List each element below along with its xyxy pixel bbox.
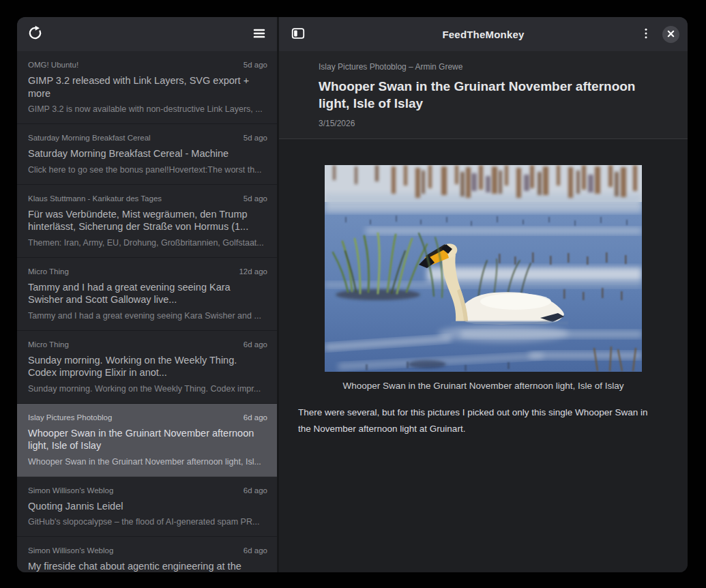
sidebar-toggle-button[interactable] [287, 23, 309, 45]
kebab-menu-button[interactable] [635, 23, 657, 45]
close-icon [667, 29, 675, 40]
feed-source: Islay Pictures Photoblog [28, 413, 112, 423]
feed-item-meta: Micro Thing 12d ago [28, 267, 267, 277]
feed-timestamp: 6d ago [244, 546, 267, 556]
feed-item-title: Quoting Jannis Leidel [28, 500, 267, 513]
feed-source: Klaus Stuttmann - Karikatur des Tages [28, 194, 162, 204]
feed-timestamp: 5d ago [244, 60, 267, 70]
feed-item-title: Für was Verbündete, Mist wegräumen, den … [28, 208, 267, 233]
menu-icon [252, 26, 267, 43]
feed-item[interactable]: Klaus Stuttmann - Karikatur des Tages 5d… [17, 185, 277, 258]
app-title: FeedTheMonkey [279, 29, 688, 40]
article-body: Whooper Swan in the Gruinart November af… [279, 139, 688, 437]
close-button[interactable] [662, 26, 679, 43]
feed-item-list: OMG! Ubuntu! 5d ago GIMP 3.2 released wi… [17, 51, 277, 572]
refresh-button[interactable] [24, 23, 46, 45]
feed-item[interactable]: Micro Thing 6d ago Sunday morning. Worki… [17, 331, 277, 404]
feed-item[interactable]: OMG! Ubuntu! 5d ago GIMP 3.2 released wi… [17, 51, 277, 124]
feed-item-summary: Click here to go see the bonus panel!Hov… [28, 164, 267, 175]
article-toolbar: FeedTheMonkey [279, 17, 688, 51]
feed-item-meta: Klaus Stuttmann - Karikatur des Tages 5d… [28, 194, 267, 204]
app-window: FeedTheMonkey [17, 17, 688, 572]
refresh-icon [27, 25, 43, 43]
feed-source: Saturday Morning Breakfast Cereal [28, 133, 151, 143]
feed-source: Micro Thing [28, 267, 69, 277]
feed-item-meta: Simon Willison's Weblog 6d ago [28, 486, 267, 496]
menu-button[interactable] [248, 23, 270, 45]
feed-timestamp: 6d ago [244, 413, 267, 423]
feed-timestamp: 6d ago [244, 340, 267, 350]
article-source: Islay Pictures Photoblog – Armin Grewe [319, 62, 640, 72]
feed-item-title: Saturday Morning Breakfast Cereal - Mach… [28, 147, 267, 160]
feed-item-summary: Tammy and I had a great evening seeing K… [28, 310, 267, 321]
feed-source: OMG! Ubuntu! [28, 60, 78, 70]
feed-item[interactable]: Simon Willison's Weblog 6d ago My firesi… [17, 537, 277, 572]
feed-item[interactable]: Simon Willison's Weblog 6d ago Quoting J… [17, 477, 277, 538]
feed-item-selected[interactable]: Islay Pictures Photoblog 6d ago Whooper … [17, 404, 277, 477]
feed-timestamp: 5d ago [244, 194, 267, 204]
feed-source: Simon Willison's Weblog [28, 486, 113, 496]
feed-item-meta: Islay Pictures Photoblog 6d ago [28, 413, 267, 423]
feed-source: Micro Thing [28, 340, 69, 350]
feed-timestamp: 5d ago [244, 133, 267, 143]
whooper-swan-photo [325, 165, 642, 372]
feed-item-title: Sunday morning. Working on the Weekly Th… [28, 354, 267, 379]
feed-item[interactable]: Micro Thing 12d ago Tammy and I had a gr… [17, 258, 277, 331]
feed-item-meta: Micro Thing 6d ago [28, 340, 267, 350]
feed-item-summary: Whooper Swan in the Gruinart November af… [28, 456, 267, 467]
feed-item-meta: Simon Willison's Weblog 6d ago [28, 546, 267, 556]
list-toolbar [17, 17, 277, 51]
article-pane: Islay Pictures Photoblog – Armin Grewe W… [279, 51, 688, 572]
feed-item[interactable]: Saturday Morning Breakfast Cereal 5d ago… [17, 124, 277, 185]
photo-caption: Whooper Swan in the Gruinart November af… [298, 381, 668, 391]
feed-item-title: Tammy and I had a great evening seeing K… [28, 281, 267, 306]
feed-timestamp: 6d ago [244, 486, 267, 496]
article-date: 3/15/2026 [319, 119, 640, 129]
kebab-menu-icon [639, 27, 653, 42]
feed-source: Simon Willison's Weblog [28, 546, 113, 556]
sidebar-toggle-icon [291, 26, 306, 43]
feed-item-summary: GIMP 3.2 is now available with non-destr… [28, 104, 267, 115]
article-header: Islay Pictures Photoblog – Armin Grewe W… [279, 51, 688, 139]
article-paragraph: There were several, but for this picture… [298, 405, 653, 437]
feed-item-meta: OMG! Ubuntu! 5d ago [28, 60, 267, 70]
feed-item-title: My fireside chat about agentic engineeri… [28, 560, 267, 572]
feed-item-meta: Saturday Morning Breakfast Cereal 5d ago [28, 133, 267, 143]
article-figure: Whooper Swan in the Gruinart November af… [298, 165, 668, 391]
feed-item-title: GIMP 3.2 released with Link Layers, SVG … [28, 74, 267, 100]
feed-item-summary: GitHub's slopocalypse – the flood of AI-… [28, 516, 267, 527]
feed-item-title: Whooper Swan in the Gruinart November af… [28, 427, 267, 452]
feed-item-summary: Themen: Iran, Army, EU, Drohung, Großbri… [28, 237, 267, 248]
feed-item-summary: Sunday morning. Working on the Weekly Th… [28, 383, 267, 394]
feed-timestamp: 12d ago [239, 267, 267, 277]
article-title: Whooper Swan in the Gruinart November af… [319, 78, 640, 112]
